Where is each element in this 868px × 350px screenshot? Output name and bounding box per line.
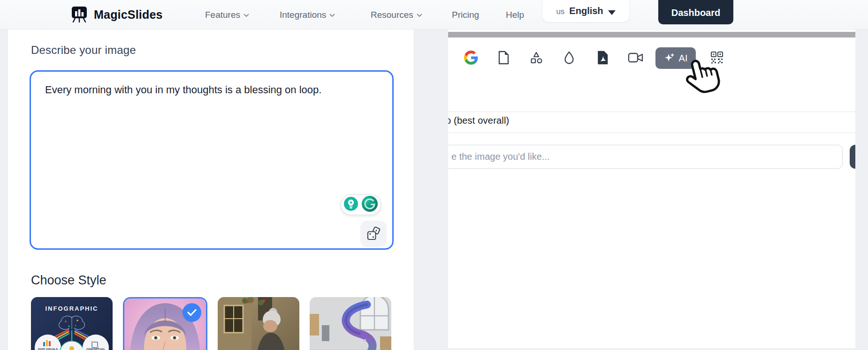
top-navbar: MagicSlides Features Integrations Resour… (0, 0, 868, 30)
chevron-down-icon (417, 14, 422, 17)
divider-line (448, 133, 855, 133)
theme-color-button[interactable] (563, 51, 575, 65)
random-prompt-dice-button[interactable] (360, 221, 387, 247)
droplet-icon (563, 51, 575, 65)
brand-logo[interactable]: MagicSlides (70, 0, 163, 30)
ai-button-label: AI (679, 53, 688, 64)
divider-line (448, 112, 855, 112)
chevron-down-icon (244, 14, 249, 17)
describe-image-heading: Describe your image (31, 44, 136, 57)
generate-button-partial[interactable] (850, 145, 855, 169)
infographic-caption: INFOGRAPHIC (31, 305, 113, 312)
caret-down-icon (608, 10, 616, 15)
nav-resources[interactable]: Resources (371, 0, 422, 30)
dashboard-button[interactable]: Dashboard (658, 0, 733, 24)
pdf-source-button[interactable] (596, 51, 609, 65)
checkmark-icon (187, 309, 197, 316)
language-selector[interactable]: us English (542, 0, 630, 22)
easel-chart-icon (70, 6, 88, 24)
chevron-down-icon (329, 14, 335, 17)
brand-name: MagicSlides (94, 8, 163, 22)
choose-style-heading: Choose Style (31, 273, 107, 288)
document-icon (497, 51, 510, 65)
horizontal-scrollbar[interactable] (448, 32, 855, 37)
nav-pricing[interactable]: Pricing (452, 0, 479, 30)
document-source-button[interactable] (497, 51, 510, 65)
infographic-circle-label-right: CONCEPTUAL (83, 348, 109, 350)
selected-checkmark-badge (183, 303, 201, 322)
image-generator-panel: Describe your image Every morning with y… (8, 30, 414, 350)
language-country-code: us (556, 7, 564, 16)
image-description-input[interactable] (448, 145, 843, 169)
app-preview-panel: AI o (best overall) (448, 30, 855, 348)
video-source-button[interactable] (628, 52, 644, 64)
language-label: English (569, 6, 603, 16)
shapes-icon (529, 51, 543, 65)
style-options-row: INFOGRAPHIC DATA VISUALS CONCEPTUAL (31, 297, 391, 350)
grammarly-icon (361, 195, 378, 214)
qr-code-icon (710, 51, 723, 64)
nav-help-label: Help (506, 10, 524, 20)
nav-features-label: Features (205, 10, 240, 20)
shapes-source-button[interactable] (529, 51, 543, 65)
ai-sparkle-icon (664, 52, 675, 64)
nav-resources-label: Resources (371, 10, 413, 20)
model-caption: o (best overall) (448, 115, 509, 126)
style-option-photographic-scene[interactable] (218, 297, 299, 350)
infographic-circle-label-left: DATA VISUALS (35, 348, 61, 350)
lightbulb-suggestion-icon (343, 196, 358, 213)
nav-pricing-label: Pricing (452, 10, 479, 20)
nav-help[interactable]: Help (506, 0, 524, 30)
image-prompt-textarea[interactable]: Every morning with you in my thoughts is… (31, 72, 392, 248)
google-icon (464, 51, 478, 65)
dashboard-button-label: Dashboard (671, 7, 720, 18)
style-option-realistic-portrait[interactable] (123, 297, 207, 350)
google-slides-source-button[interactable] (464, 51, 478, 65)
pdf-icon (596, 51, 609, 65)
dice-icon (365, 226, 381, 242)
video-camera-icon (628, 52, 644, 64)
prompt-box: Every morning with you in my thoughts is… (30, 70, 394, 250)
nav-features[interactable]: Features (205, 0, 249, 30)
style-option-abstract-3d-art[interactable] (310, 297, 391, 350)
nav-integrations[interactable]: Integrations (280, 0, 335, 30)
ai-tab-button[interactable]: AI (655, 47, 696, 69)
style-option-infographic[interactable]: INFOGRAPHIC DATA VISUALS CONCEPTUAL (31, 297, 113, 350)
grammarly-widget[interactable] (341, 194, 381, 215)
nav-integrations-label: Integrations (280, 10, 326, 20)
qr-code-button[interactable] (710, 51, 723, 64)
